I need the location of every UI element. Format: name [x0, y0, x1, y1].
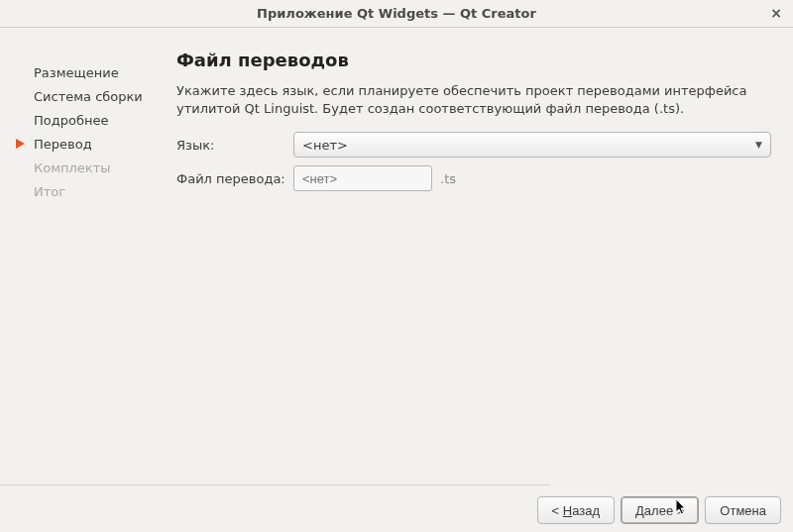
button-bar: < Назад Далее > Отмена [537, 496, 781, 524]
page-title: Файл переводов [176, 50, 771, 70]
step-translation: Перевод [34, 133, 176, 157]
wizard-steps: Размещение Система сборки Подробнее Пере… [12, 50, 176, 483]
separator [0, 484, 549, 485]
row-language: Язык: <нет> ▼ [176, 132, 771, 158]
window-title: Приложение Qt Widgets — Qt Creator [257, 6, 536, 21]
step-summary: Итог [34, 180, 176, 204]
step-label: Перевод [34, 137, 92, 152]
step-label: Комплекты [34, 160, 111, 175]
wizard-content: Файл переводов Укажите здесь язык, если … [176, 50, 781, 483]
row-translation-file: Файл перевода: .ts [176, 165, 771, 191]
back-button[interactable]: < Назад [537, 496, 615, 524]
language-value: <нет> [302, 138, 348, 153]
step-label: Система сборки [34, 89, 143, 104]
cancel-button[interactable]: Отмена [705, 496, 781, 524]
step-label: Итог [34, 184, 65, 199]
step-label: Размещение [34, 65, 119, 80]
chevron-down-icon: ▼ [755, 140, 762, 150]
step-kits: Комплекты [34, 157, 176, 180]
file-label: Файл перевода: [176, 171, 293, 186]
language-combobox[interactable]: <нет> ▼ [293, 132, 771, 158]
next-button[interactable]: Далее > [621, 496, 699, 524]
step-details: Подробнее [34, 109, 176, 133]
window-titlebar: Приложение Qt Widgets — Qt Creator × [0, 0, 793, 28]
page-description: Укажите здесь язык, если планируете обес… [176, 82, 771, 118]
wizard-body: Размещение Система сборки Подробнее Пере… [0, 28, 793, 483]
step-buildsys: Система сборки [34, 85, 176, 109]
close-icon[interactable]: × [767, 0, 785, 28]
file-suffix: .ts [440, 171, 456, 186]
language-label: Язык: [176, 138, 293, 153]
translation-file-input[interactable] [293, 165, 432, 191]
step-location: Размещение [34, 61, 176, 85]
step-label: Подробнее [34, 113, 108, 128]
